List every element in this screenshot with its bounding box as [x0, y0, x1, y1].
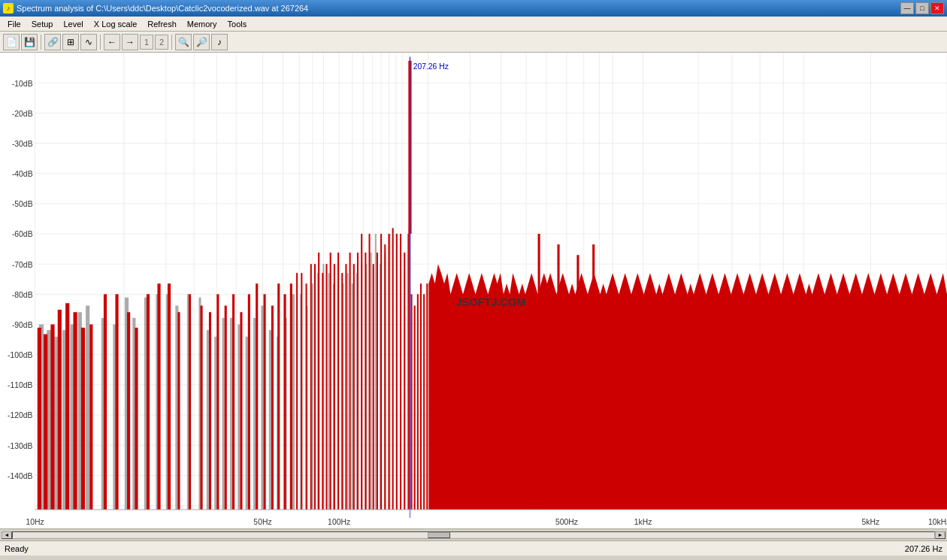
svg-text:10Hz: 10Hz	[26, 516, 44, 525]
svg-rect-134	[201, 306, 203, 510]
svg-rect-96	[292, 294, 295, 510]
menu-file[interactable]: File	[3, 18, 26, 30]
wave-button[interactable]: ∿	[80, 34, 97, 50]
svg-text:-120dB: -120dB	[8, 410, 32, 419]
svg-rect-163	[361, 234, 362, 510]
svg-rect-90	[246, 337, 248, 510]
svg-rect-146	[290, 283, 292, 510]
svg-text:-90dB: -90dB	[12, 320, 33, 329]
svg-rect-180	[423, 294, 425, 510]
svg-rect-139	[240, 312, 242, 510]
toolbar-separator-2	[100, 35, 101, 50]
window-title: Spectrum analysis of C:\Users\ddc\Deskto…	[17, 4, 308, 13]
menu-tools[interactable]: Tools	[223, 18, 252, 30]
menu-refresh[interactable]: Refresh	[143, 18, 181, 30]
status-ready: Ready	[5, 544, 29, 553]
svg-rect-106	[346, 273, 348, 510]
num1-button[interactable]: 1	[140, 35, 153, 50]
svg-rect-150	[310, 264, 312, 510]
svg-rect-119	[50, 325, 54, 510]
svg-text:-20dB: -20dB	[12, 108, 33, 117]
svg-rect-183	[538, 234, 540, 510]
grid-button[interactable]: ⊞	[62, 34, 79, 50]
play-button[interactable]: ♪	[211, 34, 228, 50]
zoom-in-button[interactable]: 🔍	[175, 34, 192, 50]
svg-rect-107	[352, 283, 353, 510]
svg-rect-148	[301, 273, 302, 510]
menu-xlogscale[interactable]: X Log scale	[89, 18, 141, 30]
svg-rect-130	[157, 283, 160, 510]
svg-rect-164	[365, 253, 366, 510]
svg-rect-89	[238, 325, 240, 510]
svg-rect-153	[322, 273, 323, 510]
app-icon: ♪	[3, 3, 14, 14]
svg-rect-181	[426, 283, 428, 510]
scrollbar-area[interactable]: ◄ ►	[0, 528, 947, 540]
svg-text:-140dB: -140dB	[8, 471, 32, 480]
menu-setup[interactable]: Setup	[27, 18, 58, 30]
svg-rect-171	[392, 228, 394, 510]
svg-rect-145	[283, 294, 286, 510]
save-button[interactable]: 💾	[21, 34, 38, 50]
svg-rect-124	[89, 325, 92, 510]
menu-bar: File Setup Level X Log scale Refresh Mem…	[0, 17, 947, 32]
svg-rect-92	[261, 306, 263, 510]
maximize-button[interactable]: □	[915, 2, 929, 14]
svg-rect-157	[337, 253, 339, 510]
svg-rect-74	[86, 306, 89, 510]
svg-rect-178	[417, 294, 419, 510]
svg-text:-50dB: -50dB	[12, 199, 33, 208]
svg-rect-161	[353, 264, 355, 510]
svg-rect-125	[104, 294, 107, 510]
title-controls[interactable]: — □ ✕	[900, 2, 944, 14]
svg-rect-154	[325, 264, 327, 510]
svg-rect-151	[314, 264, 316, 510]
menu-memory[interactable]: Memory	[183, 18, 222, 30]
svg-rect-120	[58, 310, 62, 510]
forward-button[interactable]: →	[122, 34, 138, 50]
svg-rect-155	[330, 253, 331, 510]
svg-rect-121	[65, 303, 69, 510]
scroll-left-button[interactable]: ◄	[2, 531, 12, 539]
svg-rect-177	[414, 306, 416, 510]
svg-rect-169	[384, 244, 386, 510]
svg-rect-91	[253, 318, 256, 510]
svg-rect-136	[216, 294, 219, 510]
back-button[interactable]: ←	[104, 34, 120, 50]
svg-rect-168	[380, 234, 382, 510]
svg-rect-170	[388, 234, 389, 510]
svg-rect-102	[328, 273, 330, 510]
svg-text:50Hz: 50Hz	[253, 516, 271, 525]
minimize-button[interactable]: —	[900, 2, 914, 14]
svg-rect-88	[230, 318, 232, 510]
svg-rect-129	[147, 294, 150, 510]
spectrum-chart[interactable]: -10dB -20dB -30dB -40dB -50dB -60dB -70d…	[0, 53, 947, 528]
svg-text:-110dB: -110dB	[8, 380, 32, 389]
svg-rect-152	[318, 253, 319, 510]
svg-text:-80dB: -80dB	[12, 290, 33, 299]
svg-rect-127	[127, 312, 130, 510]
svg-rect-118	[44, 334, 47, 510]
svg-rect-172	[396, 234, 398, 510]
svg-rect-142	[264, 294, 266, 510]
scrollbar-thumb[interactable]	[428, 532, 450, 538]
close-button[interactable]: ✕	[930, 2, 944, 14]
num2-button[interactable]: 2	[155, 35, 168, 50]
svg-text:-60dB: -60dB	[12, 229, 33, 238]
svg-rect-173	[400, 234, 401, 510]
link-button[interactable]: 🔗	[44, 34, 61, 50]
scroll-right-button[interactable]: ►	[935, 531, 945, 539]
svg-rect-141	[256, 283, 258, 510]
svg-rect-138	[232, 294, 234, 510]
svg-rect-174	[404, 253, 405, 510]
scrollbar-track[interactable]	[12, 531, 935, 539]
zoom-out-button[interactable]: 🔎	[193, 34, 210, 50]
svg-rect-143	[271, 306, 274, 510]
svg-rect-158	[341, 273, 343, 510]
svg-rect-85	[207, 330, 209, 510]
svg-rect-112	[375, 234, 377, 510]
new-button[interactable]: 📄	[3, 34, 20, 50]
svg-text:-10dB: -10dB	[12, 78, 33, 87]
menu-level[interactable]: Level	[59, 18, 87, 30]
svg-rect-126	[115, 294, 118, 510]
